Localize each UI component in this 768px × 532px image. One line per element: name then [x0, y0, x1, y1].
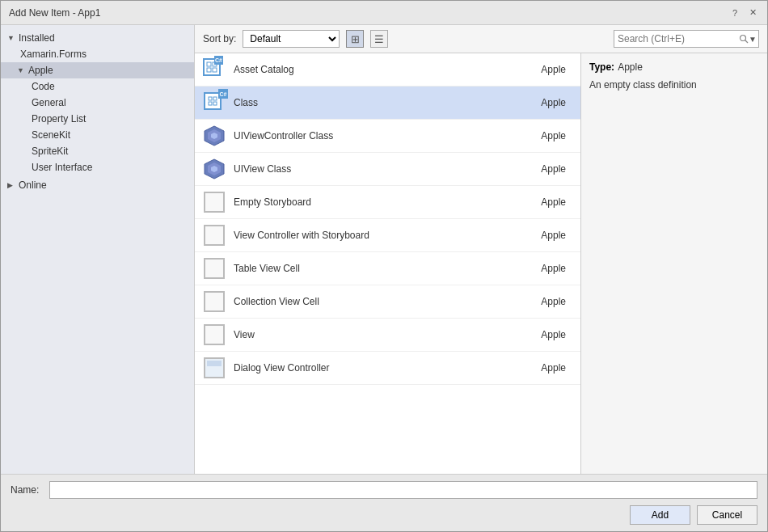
- item-name-empty-storyboard: Empty Storyboard: [234, 196, 517, 208]
- sidebar-item-code[interactable]: Code: [1, 78, 194, 95]
- arrow-apple: ▼: [17, 66, 27, 74]
- view-grid-button[interactable]: ⊞: [346, 30, 364, 48]
- window-controls: ? ✕: [728, 6, 759, 19]
- table-row[interactable]: View Controller with Storyboard Apple: [195, 219, 580, 252]
- content-area: C# Asset Catalog Apple: [195, 53, 767, 474]
- item-icon-collection-view-cell: [201, 289, 227, 315]
- sort-label: Sort by:: [203, 33, 236, 44]
- button-row: Add Cancel: [11, 505, 757, 525]
- grid-icon: ⊞: [351, 33, 360, 45]
- item-icon-table-view-cell: [201, 255, 227, 281]
- item-type-view-controller-storyboard: Apple: [517, 230, 566, 241]
- sidebar-item-code-label: Code: [32, 81, 55, 92]
- table-row[interactable]: UIView Class Apple: [195, 153, 580, 186]
- sidebar-item-xamarin[interactable]: Xamarin.Forms: [1, 46, 194, 62]
- search-icon[interactable]: [739, 34, 749, 44]
- sidebar-item-online[interactable]: ▶ Online: [1, 177, 194, 193]
- svg-rect-4: [207, 68, 211, 72]
- table-row[interactable]: Empty Storyboard Apple: [195, 186, 580, 219]
- table-row[interactable]: Table View Cell Apple: [195, 252, 580, 285]
- item-type-dialog-view-controller: Apple: [517, 362, 566, 374]
- svg-rect-5: [213, 68, 217, 72]
- item-type-uiviewcontroller: Apple: [517, 130, 566, 141]
- sidebar-installed-section: ▼ Installed Xamarin.Forms ▼ Apple Code G…: [1, 28, 194, 177]
- item-name-dialog-view-controller: Dialog View Controller: [234, 362, 517, 374]
- svg-rect-7: [213, 97, 217, 100]
- svg-line-1: [745, 40, 749, 44]
- table-row[interactable]: UIViewController Class Apple: [195, 120, 580, 153]
- table-row[interactable]: C# Asset Catalog Apple: [195, 53, 580, 87]
- item-type-view: Apple: [517, 329, 566, 340]
- item-name-class: Class: [234, 97, 517, 108]
- sidebar-item-apple[interactable]: ▼ Apple: [1, 62, 194, 78]
- item-icon-empty-storyboard: [201, 189, 227, 215]
- main-content: Sort by: Default Name Type ⊞ ☰: [195, 25, 767, 474]
- item-name-view-controller-storyboard: View Controller with Storyboard: [234, 230, 517, 241]
- item-icon-uiviewcontroller: [201, 123, 227, 149]
- bottom-bar: Name: Add Cancel: [1, 474, 767, 531]
- item-type-class: Apple: [517, 97, 566, 108]
- dialog-body: ▼ Installed Xamarin.Forms ▼ Apple Code G…: [1, 25, 767, 531]
- search-bar: ▼: [614, 30, 759, 48]
- close-button[interactable]: ✕: [746, 6, 759, 19]
- sidebar-item-general-label: General: [32, 97, 66, 108]
- table-row[interactable]: Dialog View Controller Apple: [195, 352, 580, 385]
- sidebar-item-property-list-label: Property List: [32, 113, 86, 125]
- cancel-button[interactable]: Cancel: [697, 505, 757, 525]
- name-label: Name:: [11, 484, 43, 496]
- svg-rect-8: [209, 102, 212, 105]
- sidebar-item-spritekit[interactable]: SpriteKit: [1, 143, 194, 159]
- search-dropdown-btn[interactable]: ▼: [749, 35, 757, 44]
- svg-rect-6: [209, 97, 212, 100]
- table-row[interactable]: C# Class Apple: [195, 87, 580, 120]
- item-type-table-view-cell: Apple: [517, 263, 566, 274]
- sidebar-item-general[interactable]: General: [1, 95, 194, 111]
- sidebar-item-spritekit-label: SpriteKit: [32, 146, 68, 157]
- name-row: Name:: [11, 481, 757, 499]
- detail-type-value: Apple: [618, 61, 643, 73]
- item-type-asset-catalog: Apple: [517, 64, 566, 75]
- item-name-table-view-cell: Table View Cell: [234, 263, 517, 274]
- sidebar-item-installed-label: Installed: [19, 32, 55, 44]
- detail-type-row: Type: Apple: [589, 61, 759, 73]
- search-input[interactable]: [618, 33, 739, 44]
- item-icon-dialog-view-controller: [201, 355, 227, 381]
- sidebar: ▼ Installed Xamarin.Forms ▼ Apple Code G…: [1, 25, 195, 474]
- item-name-asset-catalog: Asset Catalog: [234, 64, 517, 75]
- item-name-uiviewcontroller: UIViewController Class: [234, 130, 517, 141]
- toolbar: Sort by: Default Name Type ⊞ ☰: [195, 25, 767, 53]
- detail-type-label: Type:: [589, 61, 614, 73]
- table-row[interactable]: Collection View Cell Apple: [195, 285, 580, 319]
- title-bar: Add New Item - App1 ? ✕: [1, 1, 767, 25]
- sidebar-item-xamarin-label: Xamarin.Forms: [20, 49, 87, 60]
- sidebar-item-property-list[interactable]: Property List: [1, 111, 194, 127]
- help-button[interactable]: ?: [728, 6, 741, 19]
- top-area: ▼ Installed Xamarin.Forms ▼ Apple Code G…: [1, 25, 767, 474]
- sidebar-item-user-interface[interactable]: User Interface: [1, 159, 194, 175]
- view-list-button[interactable]: ☰: [370, 30, 388, 48]
- item-icon-view: [201, 322, 227, 348]
- sidebar-item-online-label: Online: [19, 179, 47, 191]
- item-icon-asset-catalog: C#: [201, 57, 227, 82]
- arrow-installed: ▼: [7, 34, 17, 42]
- item-icon-uiview: [201, 156, 227, 182]
- name-input[interactable]: [49, 481, 757, 499]
- item-icon-class: C#: [201, 90, 227, 116]
- item-type-uiview: Apple: [517, 163, 566, 175]
- add-button[interactable]: Add: [630, 505, 690, 525]
- item-name-collection-view-cell: Collection View Cell: [234, 296, 517, 307]
- detail-panel: Type: Apple An empty class definition: [581, 53, 767, 474]
- svg-rect-2: [207, 62, 211, 66]
- sort-select[interactable]: Default Name Type: [243, 30, 340, 48]
- sidebar-item-user-interface-label: User Interface: [32, 162, 92, 173]
- item-name-uiview: UIView Class: [234, 163, 517, 175]
- dialog-title: Add New Item - App1: [9, 7, 100, 19]
- sidebar-item-scenekit[interactable]: SceneKit: [1, 127, 194, 143]
- table-row[interactable]: View Apple: [195, 319, 580, 352]
- sidebar-item-installed[interactable]: ▼ Installed: [1, 30, 194, 46]
- svg-rect-9: [213, 102, 217, 105]
- sidebar-item-scenekit-label: SceneKit: [32, 129, 70, 141]
- detail-description: An empty class definition: [589, 79, 759, 91]
- item-name-view: View: [234, 329, 517, 340]
- svg-point-0: [741, 36, 746, 41]
